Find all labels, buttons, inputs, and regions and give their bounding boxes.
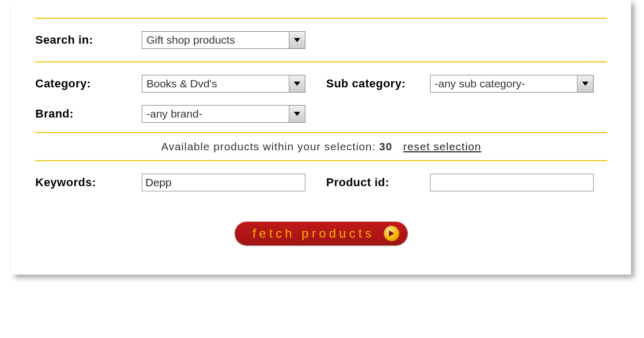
sub-category-value: -any sub category- [431, 75, 577, 92]
row-search-in: Search in: Gift shop products [35, 19, 607, 61]
row-brand: Brand: -any brand- [35, 105, 607, 132]
chevron-down-icon[interactable] [289, 75, 305, 92]
chevron-down-icon[interactable] [289, 32, 305, 48]
chevron-down-icon[interactable] [289, 106, 305, 122]
brand-select[interactable]: -any brand- [142, 105, 305, 123]
fetch-button-label: fetch products [252, 226, 374, 241]
fetch-products-button[interactable]: fetch products [235, 222, 408, 245]
svg-marker-2 [582, 82, 588, 86]
svg-marker-4 [389, 230, 394, 237]
status-row: Available products within your selection… [35, 133, 607, 160]
sub-category-select[interactable]: -any sub category- [430, 75, 594, 93]
chevron-down-icon[interactable] [577, 75, 593, 92]
play-icon [384, 226, 399, 241]
search-in-select[interactable]: Gift shop products [142, 31, 305, 49]
status-text: Available products within your selection… [161, 140, 379, 152]
svg-marker-1 [294, 82, 300, 86]
reset-selection-link[interactable]: reset selection [403, 140, 481, 152]
label-search-in: Search in: [35, 33, 142, 47]
status-count: 30 [379, 140, 392, 152]
label-product-id: Product id: [326, 176, 430, 189]
product-id-input[interactable] [430, 174, 594, 191]
search-panel: Search in: Gift shop products Category: … [11, 0, 631, 275]
label-keywords: Keywords: [35, 176, 142, 189]
label-category: Category: [35, 77, 142, 90]
label-brand: Brand: [35, 107, 142, 121]
keywords-input[interactable] [142, 174, 305, 191]
row-keywords: Keywords: Product id: [35, 161, 607, 204]
svg-marker-0 [294, 38, 300, 42]
brand-value: -any brand- [142, 106, 289, 122]
row-category: Category: Books & Dvd's Sub category: -a… [35, 62, 607, 105]
search-in-value: Gift shop products [142, 32, 289, 48]
label-sub-category: Sub category: [326, 77, 430, 90]
button-row: fetch products [35, 222, 607, 245]
svg-marker-3 [294, 112, 300, 116]
category-select[interactable]: Books & Dvd's [142, 75, 305, 93]
category-value: Books & Dvd's [142, 75, 289, 92]
